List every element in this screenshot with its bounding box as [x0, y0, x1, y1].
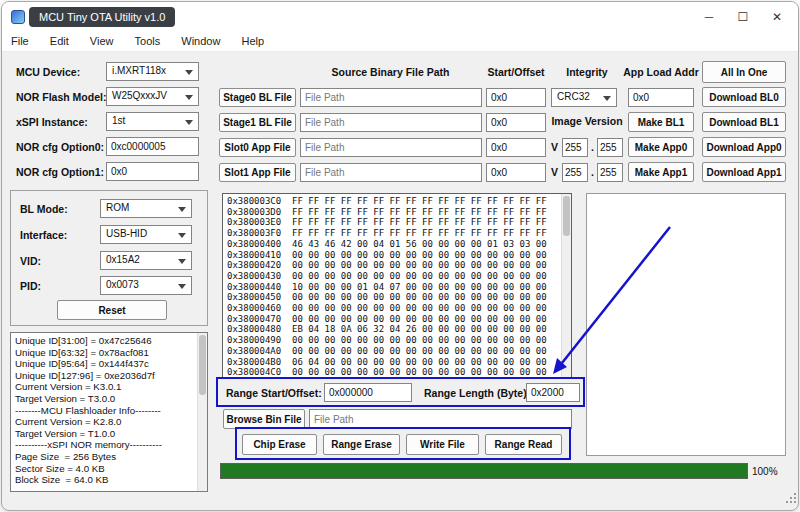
- download-bl1-button[interactable]: Download BL1: [702, 112, 786, 132]
- bl-mode-select[interactable]: ROM: [100, 199, 192, 218]
- device-info-textarea[interactable]: Unique ID[31:00] = 0x47c25646 Unique ID[…: [10, 332, 208, 492]
- nor-flash-model-select[interactable]: W25QxxxJV: [106, 87, 199, 106]
- hex-dump-text: 0x380003C0 FF FF FF FF FF FF FF FF FF FF…: [223, 194, 571, 378]
- menu-edit[interactable]: Edit: [41, 32, 78, 47]
- all-in-one-button[interactable]: All In One: [702, 61, 786, 83]
- slot1-version-major-input[interactable]: [562, 163, 588, 182]
- header-integrity: Integrity: [548, 66, 626, 78]
- download-app1-button[interactable]: Download App1: [702, 162, 786, 182]
- hex-dump-viewer[interactable]: 0x380003C0 FF FF FF FF FF FF FF FF FF FF…: [222, 193, 572, 378]
- app-icon: [11, 10, 25, 24]
- slot1-offset-input[interactable]: [486, 163, 546, 182]
- maximize-icon[interactable]: ☐: [726, 2, 760, 32]
- slot0-path-input[interactable]: [300, 138, 482, 157]
- download-bl0-button[interactable]: Download BL0: [702, 87, 786, 107]
- log-list-panel[interactable]: [586, 193, 786, 456]
- title-bar: MCU Tiny OTA Utility v1.0 ─ ☐ ✕: [2, 2, 798, 32]
- slot1-version-minor-input[interactable]: [597, 163, 623, 182]
- pid-label: PID:: [20, 280, 41, 292]
- close-icon[interactable]: ✕: [760, 2, 794, 32]
- resize-grip-icon[interactable]: [786, 501, 788, 503]
- range-start-label: Range Start/Offset:: [226, 387, 322, 399]
- menu-file[interactable]: File: [2, 32, 38, 47]
- window-controls: ─ ☐ ✕: [692, 2, 794, 32]
- slot0-version-prefix: V: [551, 141, 558, 153]
- vid-select[interactable]: 0x15A2: [100, 251, 192, 270]
- header-start-offset: Start/Offset: [483, 66, 549, 78]
- image-version-label: Image Version: [548, 115, 626, 127]
- make-app0-button[interactable]: Make App0: [628, 137, 694, 157]
- mcu-device-select[interactable]: i.MXRT118x: [106, 62, 199, 81]
- stage0-path-input[interactable]: [300, 88, 482, 107]
- stage1-offset-input[interactable]: [486, 113, 546, 132]
- slot1-version-separator: .: [591, 166, 594, 178]
- pid-select[interactable]: 0x0073: [100, 276, 192, 295]
- slot1-version-prefix: V: [551, 166, 558, 178]
- interface-select[interactable]: USB-HID: [100, 225, 192, 244]
- nor-cfg-option0-input[interactable]: [106, 137, 199, 156]
- menu-tools[interactable]: Tools: [126, 32, 170, 47]
- bl0-load-addr-input[interactable]: [628, 88, 694, 107]
- stage1-path-input[interactable]: [300, 113, 482, 132]
- range-read-button[interactable]: Range Read: [485, 434, 562, 455]
- slot0-version-minor-input[interactable]: [597, 138, 623, 157]
- app-window: MCU Tiny OTA Utility v1.0 ─ ☐ ✕ File Edi…: [1, 1, 799, 511]
- nor-cfg-option0-label: NOR cfg Option0:: [16, 141, 104, 153]
- range-length-input[interactable]: [526, 383, 580, 402]
- range-erase-button[interactable]: Range Erase: [323, 434, 400, 455]
- slot1-path-input[interactable]: [300, 163, 482, 182]
- make-bl1-button[interactable]: Make BL1: [628, 112, 694, 132]
- header-app-load-addr: App Load Addr: [622, 66, 700, 78]
- write-file-button[interactable]: Write File: [406, 434, 479, 455]
- menu-bar: File Edit View Tools Window Help: [2, 32, 798, 52]
- menu-view[interactable]: View: [81, 32, 123, 47]
- range-start-input[interactable]: [324, 383, 412, 402]
- menu-window[interactable]: Window: [172, 32, 229, 47]
- reset-button[interactable]: Reset: [57, 300, 167, 320]
- vid-label: VID:: [20, 255, 41, 267]
- chip-erase-button[interactable]: Chip Erase: [242, 434, 317, 455]
- window-title: MCU Tiny OTA Utility v1.0: [29, 7, 175, 27]
- progress-bar: [220, 463, 748, 479]
- integrity-select[interactable]: CRC32: [551, 88, 617, 107]
- progress-fill: [221, 464, 747, 478]
- download-app0-button[interactable]: Download App0: [702, 137, 786, 157]
- info-scrollbar[interactable]: [197, 333, 207, 491]
- minimize-icon[interactable]: ─: [692, 2, 726, 32]
- hex-scrollbar[interactable]: [561, 194, 571, 377]
- slot0-app-file-button[interactable]: Slot0 App File: [219, 138, 296, 157]
- bin-file-path-input[interactable]: [309, 409, 572, 429]
- slot0-version-major-input[interactable]: [562, 138, 588, 157]
- make-app1-button[interactable]: Make App1: [628, 162, 694, 182]
- nor-flash-model-label: NOR Flash Model:: [16, 91, 106, 103]
- menu-help[interactable]: Help: [232, 32, 273, 47]
- slot0-offset-input[interactable]: [486, 138, 546, 157]
- mcu-device-label: MCU Device:: [16, 66, 80, 78]
- xspi-instance-select[interactable]: 1st: [106, 112, 199, 131]
- bl-mode-label: BL Mode:: [20, 203, 68, 215]
- nor-cfg-option1-label: NOR cfg Option1:: [16, 166, 104, 178]
- header-source-path: Source Binary File Path: [299, 66, 482, 78]
- stage0-offset-input[interactable]: [486, 88, 546, 107]
- stage0-bl-file-button[interactable]: Stage0 BL File: [219, 88, 296, 107]
- interface-label: Interface:: [20, 229, 67, 241]
- range-length-label: Range Length (Byte):: [424, 387, 530, 399]
- slot0-version-separator: .: [591, 141, 594, 153]
- slot1-app-file-button[interactable]: Slot1 App File: [219, 163, 296, 182]
- progress-percent-label: 100%: [752, 466, 778, 477]
- nor-cfg-option1-input[interactable]: [106, 162, 199, 181]
- browse-bin-file-button[interactable]: Browse Bin File: [223, 409, 305, 429]
- stage1-bl-file-button[interactable]: Stage1 BL File: [219, 113, 296, 132]
- device-info-text: Unique ID[31:00] = 0x47c25646 Unique ID[…: [11, 333, 207, 488]
- xspi-instance-label: xSPI Instance:: [16, 116, 88, 128]
